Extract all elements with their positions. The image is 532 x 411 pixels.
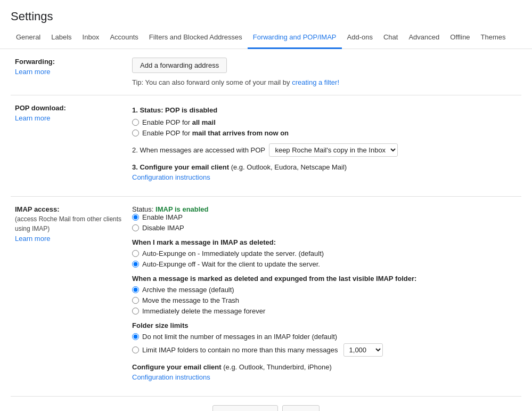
imap-limit-select[interactable]: 1,0002,0005,00010,000 xyxy=(343,343,383,357)
content-area: Forwarding: Learn more Add a forwarding … xyxy=(0,49,532,397)
pop-all-mail-label: Enable POP for all mail xyxy=(142,118,216,126)
imap-status-value: IMAP is enabled xyxy=(155,205,208,213)
tabs-bar: General Labels Inbox Accounts Filters an… xyxy=(0,28,532,49)
imap-limit-label: Limit IMAP folders to contain no more th… xyxy=(142,346,338,354)
settings-table: Forwarding: Learn more Add a forwarding … xyxy=(11,49,521,397)
imap-auto-expunge-on-label: Auto-Expunge on - Immediately update the… xyxy=(142,249,324,257)
pop-label: POP download: xyxy=(15,104,124,112)
imap-config-text: Configure your email client (e.g. Outloo… xyxy=(132,363,332,371)
imap-status-prefix: Status: xyxy=(132,205,155,213)
forwarding-content-cell: Add a forwarding address Tip: You can al… xyxy=(128,49,521,95)
imap-config-section: Configure your email client (e.g. Outloo… xyxy=(132,363,517,381)
imap-desc1: (access Roche Mail from other clients xyxy=(15,215,124,223)
tab-themes[interactable]: Themes xyxy=(476,28,511,49)
imap-config-link[interactable]: Configuration instructions xyxy=(132,373,210,381)
pop-config-text: 3. Configure your email client (e.g. Out… xyxy=(132,163,347,171)
pop-config-link[interactable]: Configuration instructions xyxy=(132,173,210,181)
imap-no-limit-row: Do not limit the number of messages in a… xyxy=(132,333,517,341)
pop-content-cell: 1. Status: POP is disabled Enable POP fo… xyxy=(128,95,521,197)
tab-chat[interactable]: Chat xyxy=(378,28,403,49)
creating-filter-link[interactable]: creating a filter! xyxy=(292,78,339,86)
pop-when-section: 2. When messages are accessed with POP k… xyxy=(132,143,517,157)
imap-auto-expunge-off-radio[interactable] xyxy=(132,261,139,268)
imap-desc2: using IMAP) xyxy=(15,225,124,232)
cancel-button[interactable]: Cancel xyxy=(282,405,320,411)
imap-limit-radio[interactable] xyxy=(132,346,139,353)
imap-folder-section: Folder size limits Do not limit the numb… xyxy=(132,321,517,357)
pop-all-mail-row: Enable POP for all mail xyxy=(132,118,517,126)
imap-limit-row: Limit IMAP folders to contain no more th… xyxy=(132,343,517,357)
imap-enable-radio[interactable] xyxy=(132,214,139,221)
imap-disable-label: Disable IMAP xyxy=(142,224,184,232)
imap-learn-more[interactable]: Learn more xyxy=(15,235,50,243)
pop-all-mail-radio[interactable] xyxy=(132,119,139,126)
tab-offline[interactable]: Offline xyxy=(445,28,475,49)
imap-disable-row: Disable IMAP xyxy=(132,224,517,232)
imap-enable-label: Enable IMAP xyxy=(142,213,183,221)
tab-filters[interactable]: Filters and Blocked Addresses xyxy=(144,28,248,49)
imap-archive-row: Archive the message (default) xyxy=(132,286,517,294)
imap-expunged-section: When a message is marked as deleted and … xyxy=(132,275,517,315)
pop-row: POP download: Learn more 1. Status: POP … xyxy=(11,95,521,197)
imap-label-cell: IMAP access: (access Roche Mail from oth… xyxy=(11,197,128,397)
tab-advanced[interactable]: Advanced xyxy=(403,28,445,49)
imap-no-limit-label: Do not limit the number of messages in a… xyxy=(142,333,337,341)
imap-auto-expunge-on-row: Auto-Expunge on - Immediately update the… xyxy=(132,249,517,257)
imap-archive-label: Archive the message (default) xyxy=(142,286,234,294)
page-title: Settings xyxy=(0,0,532,28)
forwarding-tip: Tip: You can also forward only some of y… xyxy=(132,78,290,86)
imap-row: IMAP access: (access Roche Mail from oth… xyxy=(11,197,521,397)
imap-status-section: Status: IMAP is enabled Enable IMAP Disa… xyxy=(132,205,517,232)
tab-addons[interactable]: Add-ons xyxy=(342,28,378,49)
pop-when-select[interactable]: keep Roche Mail's copy in the Inboxarchi… xyxy=(269,143,398,157)
forwarding-row: Forwarding: Learn more Add a forwarding … xyxy=(11,49,521,95)
imap-no-limit-radio[interactable] xyxy=(132,333,139,340)
imap-trash-row: Move the message to the Trash xyxy=(132,296,517,304)
forwarding-label-cell: Forwarding: Learn more xyxy=(11,49,128,95)
imap-deleted-title: When I mark a message in IMAP as deleted… xyxy=(132,238,517,246)
tab-inbox[interactable]: Inbox xyxy=(77,28,105,49)
pop-status-section: 1. Status: POP is disabled Enable POP fo… xyxy=(132,106,517,137)
pop-now-on-radio[interactable] xyxy=(132,130,139,136)
tab-forwarding[interactable]: Forwarding and POP/IMAP xyxy=(248,28,342,49)
imap-auto-expunge-off-label: Auto-Expunge off - Wait for the client t… xyxy=(142,260,320,268)
forwarding-learn-more[interactable]: Learn more xyxy=(15,68,50,76)
tab-labels[interactable]: Labels xyxy=(46,28,77,49)
pop-config-section: 3. Configure your email client (e.g. Out… xyxy=(132,163,517,181)
pop-now-on-row: Enable POP for mail that arrives from no… xyxy=(132,129,517,137)
imap-trash-label: Move the message to the Trash xyxy=(142,296,239,304)
save-button[interactable]: Save Changes xyxy=(212,405,278,411)
imap-archive-radio[interactable] xyxy=(132,286,139,293)
imap-enable-row: Enable IMAP xyxy=(132,213,517,221)
footer: Save Changes Cancel xyxy=(0,397,532,411)
imap-label: IMAP access: xyxy=(15,205,124,213)
imap-content-cell: Status: IMAP is enabled Enable IMAP Disa… xyxy=(128,197,521,397)
imap-auto-expunge-off-row: Auto-Expunge off - Wait for the client t… xyxy=(132,260,517,268)
imap-folder-title: Folder size limits xyxy=(132,321,517,329)
imap-expunged-title: When a message is marked as deleted and … xyxy=(132,275,517,283)
forwarding-label: Forwarding: xyxy=(15,58,124,66)
add-forwarding-button[interactable]: Add a forwarding address xyxy=(132,58,227,73)
pop-label-cell: POP download: Learn more xyxy=(11,95,128,197)
pop-learn-more[interactable]: Learn more xyxy=(15,114,50,122)
imap-deleted-section: When I mark a message in IMAP as deleted… xyxy=(132,238,517,268)
imap-delete-forever-label: Immediately delete the message forever xyxy=(142,307,265,315)
imap-delete-forever-radio[interactable] xyxy=(132,308,139,315)
tab-accounts[interactable]: Accounts xyxy=(104,28,143,49)
imap-trash-radio[interactable] xyxy=(132,297,139,304)
tab-general[interactable]: General xyxy=(11,28,46,49)
imap-disable-radio[interactable] xyxy=(132,224,139,231)
pop-now-on-label: Enable POP for mail that arrives from no… xyxy=(142,129,289,137)
pop-status-line: 1. Status: POP is disabled xyxy=(132,106,517,114)
imap-delete-forever-row: Immediately delete the message forever xyxy=(132,307,517,315)
imap-auto-expunge-on-radio[interactable] xyxy=(132,250,139,257)
pop-when-label: 2. When messages are accessed with POP xyxy=(132,146,265,154)
